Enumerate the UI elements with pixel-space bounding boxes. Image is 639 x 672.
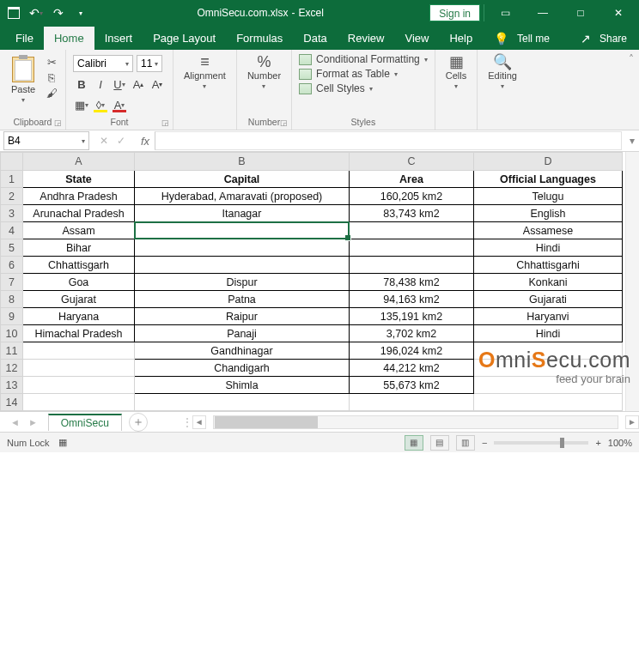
cell[interactable]: 83,743 km2 xyxy=(350,205,474,222)
borders-button[interactable]: ▦▾ xyxy=(73,96,90,113)
cell[interactable] xyxy=(135,257,350,274)
cell[interactable] xyxy=(23,377,135,394)
cut-icon[interactable]: ✂ xyxy=(45,55,58,69)
cell[interactable]: 55,673 km2 xyxy=(350,377,474,394)
cell[interactable]: Shimla xyxy=(135,377,350,394)
cell[interactable]: 94,163 km2 xyxy=(350,291,474,308)
row-header[interactable]: 6 xyxy=(1,257,23,274)
cell[interactable]: Assam xyxy=(23,222,135,239)
format-painter-icon[interactable]: 🖌 xyxy=(45,86,58,100)
cell[interactable] xyxy=(135,239,350,257)
enter-icon[interactable]: ✓ xyxy=(117,135,125,147)
cell[interactable] xyxy=(23,394,135,411)
sign-in-button[interactable]: Sign in xyxy=(429,4,480,21)
tab-home[interactable]: Home xyxy=(44,27,94,50)
tab-insert[interactable]: Insert xyxy=(94,27,143,50)
cell[interactable]: Area xyxy=(350,171,474,188)
fill-color-button[interactable]: ◊▾ xyxy=(92,96,109,113)
page-layout-view-button[interactable]: ▤ xyxy=(430,435,449,451)
cell[interactable] xyxy=(474,342,623,360)
cell[interactable]: Capital xyxy=(135,171,350,188)
sheet-tab[interactable]: OmniSecu xyxy=(48,414,122,431)
cell[interactable]: Raipur xyxy=(135,308,350,325)
row-header[interactable]: 4 xyxy=(1,222,23,239)
cancel-icon[interactable]: ✕ xyxy=(100,135,108,147)
row-header[interactable]: 12 xyxy=(1,360,23,377)
cell[interactable]: Konkani xyxy=(474,274,623,291)
cell[interactable]: Hyderabad, Amaravati (proposed) xyxy=(135,188,350,205)
cell[interactable] xyxy=(350,257,474,274)
number-button[interactable]: % Number ▾ xyxy=(244,53,284,92)
sheet-nav-prev-icon[interactable]: ◄ xyxy=(10,417,20,427)
editing-button[interactable]: 🔍 Editing▾ xyxy=(484,53,520,92)
cell[interactable]: Chhattisgarhi xyxy=(474,257,623,274)
minimize-icon[interactable]: — xyxy=(526,0,560,26)
increase-font-icon[interactable]: A▴ xyxy=(130,76,147,93)
decrease-font-icon[interactable]: A▾ xyxy=(149,76,166,93)
fx-icon[interactable]: fx xyxy=(132,135,155,148)
tab-formulas[interactable]: Formulas xyxy=(226,27,293,50)
cell[interactable] xyxy=(350,394,474,411)
cell[interactable]: 196,024 km2 xyxy=(350,342,474,360)
tab-page-layout[interactable]: Page Layout xyxy=(143,27,226,50)
share-button[interactable]: Share xyxy=(599,33,627,45)
cell[interactable] xyxy=(474,360,623,377)
row-header[interactable]: 5 xyxy=(1,239,23,257)
cell[interactable]: Chhattisgarh xyxy=(23,257,135,274)
tab-data[interactable]: Data xyxy=(293,27,337,50)
scroll-left-icon[interactable]: ◄ xyxy=(192,415,206,429)
sheet-nav-next-icon[interactable]: ► xyxy=(28,417,38,427)
cell[interactable]: Hindi xyxy=(474,325,623,342)
cell[interactable]: Haryana xyxy=(23,308,135,325)
cell[interactable] xyxy=(350,222,474,239)
cell[interactable]: 3,702 km2 xyxy=(350,325,474,342)
tab-file[interactable]: File xyxy=(5,27,44,50)
row-header[interactable]: 10 xyxy=(1,325,23,342)
row-header[interactable]: 7 xyxy=(1,274,23,291)
row-header[interactable]: 1 xyxy=(1,171,23,188)
zoom-out-button[interactable]: − xyxy=(482,438,487,448)
cell[interactable]: Bihar xyxy=(23,239,135,257)
redo-icon[interactable]: ↷ xyxy=(48,3,69,23)
copy-icon[interactable]: ⎘ xyxy=(45,70,58,84)
close-icon[interactable]: ✕ xyxy=(601,0,636,26)
tab-view[interactable]: View xyxy=(394,27,439,50)
column-header[interactable]: B xyxy=(135,153,350,171)
row-header[interactable]: 11 xyxy=(1,342,23,360)
cell[interactable]: 78,438 km2 xyxy=(350,274,474,291)
cell[interactable] xyxy=(23,342,135,360)
undo-icon[interactable]: ↶▾ xyxy=(26,3,46,23)
zoom-slider[interactable] xyxy=(494,441,588,445)
alignment-button[interactable]: ≡ Alignment ▾ xyxy=(180,53,229,92)
zoom-in-button[interactable]: + xyxy=(595,438,600,448)
scroll-right-icon[interactable]: ► xyxy=(625,415,639,429)
cell[interactable]: Gandhinagar xyxy=(135,342,350,360)
cell[interactable]: State xyxy=(23,171,135,188)
cell[interactable]: Dispur xyxy=(135,274,350,291)
row-header[interactable]: 3 xyxy=(1,205,23,222)
horizontal-scrollbar[interactable] xyxy=(213,415,618,429)
name-box[interactable]: B4▾ xyxy=(3,131,89,150)
cell[interactable]: Chandigarh xyxy=(135,360,350,377)
underline-button[interactable]: U▾ xyxy=(111,76,128,93)
cell[interactable] xyxy=(135,222,350,239)
cell[interactable]: Haryanvi xyxy=(474,308,623,325)
formula-input[interactable] xyxy=(155,131,622,150)
expand-formula-bar-icon[interactable]: ▾ xyxy=(625,135,639,147)
cell[interactable]: Telugu xyxy=(474,188,623,205)
font-color-button[interactable]: A▾ xyxy=(111,96,128,113)
row-header[interactable]: 9 xyxy=(1,308,23,325)
row-header[interactable]: 8 xyxy=(1,291,23,308)
cell[interactable]: English xyxy=(474,205,623,222)
save-icon[interactable] xyxy=(3,3,24,23)
font-size-select[interactable]: 11▾ xyxy=(137,55,162,72)
italic-button[interactable]: I xyxy=(92,76,109,93)
bold-button[interactable]: B xyxy=(73,76,90,93)
qat-customize-icon[interactable]: ▾ xyxy=(70,3,91,23)
ribbon-display-options-icon[interactable]: ▭ xyxy=(488,0,522,26)
cell[interactable]: 160,205 km2 xyxy=(350,188,474,205)
macro-record-icon[interactable]: ▦ xyxy=(58,437,67,448)
clipboard-launcher-icon[interactable]: ◲ xyxy=(54,118,62,127)
paste-button[interactable]: Paste ▾ xyxy=(7,53,40,106)
cell[interactable] xyxy=(474,394,623,411)
